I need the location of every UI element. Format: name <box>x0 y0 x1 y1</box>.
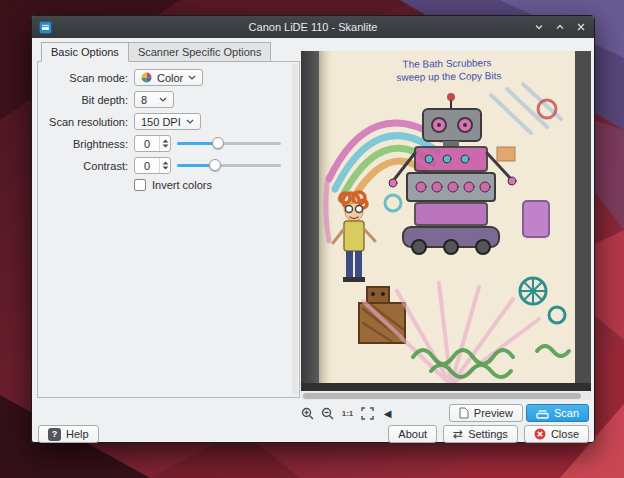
close-red-icon <box>534 428 546 440</box>
slider-handle[interactable] <box>212 137 224 149</box>
window-title: Canon LiDE 110 - Skanlite <box>32 21 594 33</box>
app-icon <box>39 21 52 34</box>
titlebar[interactable]: Canon LiDE 110 - Skanlite <box>32 16 594 38</box>
preview-area[interactable]: The Bath Scrubbers sweep up the Copy Bit… <box>301 51 591 391</box>
zoom-out-icon <box>321 407 334 420</box>
invert-colors-label: Invert colors <box>152 179 212 191</box>
invert-colors-checkbox[interactable] <box>134 179 146 191</box>
preview-button-label: Preview <box>474 407 513 419</box>
scan-resolution-value: 150 DPI <box>141 116 181 128</box>
minimize-button[interactable] <box>533 21 545 33</box>
preview-toolbar: 1:1 ◀ Preview Scan <box>299 404 589 422</box>
footer-bar: ? Help About ⇄ Settings Close <box>38 425 589 443</box>
about-button-label: About <box>398 428 427 440</box>
scanned-drawing: The Bath Scrubbers sweep up the Copy Bit… <box>301 51 591 391</box>
scan-resolution-label: Scan resolution: <box>42 116 128 128</box>
zoom-actual-size-button[interactable]: 1:1 <box>339 405 356 422</box>
bit-depth-label: Bit depth: <box>42 94 128 106</box>
help-button-label: Help <box>66 428 89 440</box>
help-icon: ? <box>48 428 61 441</box>
scanner-icon <box>536 408 549 419</box>
about-button[interactable]: About <box>388 425 437 443</box>
settings-icon: ⇄ <box>453 428 463 440</box>
zoom-out-button[interactable] <box>319 405 336 422</box>
scan-button-label: Scan <box>554 407 579 419</box>
contrast-label: Contrast: <box>42 160 128 172</box>
spin-down-icon <box>162 144 169 148</box>
slider-handle[interactable] <box>209 159 221 171</box>
scan-button[interactable]: Scan <box>526 404 589 422</box>
spin-up-icon <box>162 139 169 143</box>
close-window-button[interactable] <box>575 21 587 33</box>
zoom-fit-button[interactable] <box>359 405 376 422</box>
zoom-actual-size-icon: 1:1 <box>342 409 354 418</box>
spin-up-icon <box>162 161 169 165</box>
zoom-fit-icon <box>361 407 374 420</box>
bit-depth-select[interactable]: 8 <box>134 91 174 108</box>
contrast-value: 0 <box>135 158 159 173</box>
scrollbar-thumb[interactable] <box>303 393 581 399</box>
scan-mode-value: Color <box>157 72 183 84</box>
drawing-caption-line1: The Bath Scrubbers <box>402 57 491 70</box>
help-button[interactable]: ? Help <box>38 425 99 443</box>
brightness-value: 0 <box>135 136 159 151</box>
options-panel: Scan mode: Color Bit depth: 8 Scan reso <box>37 61 300 398</box>
scan-mode-select[interactable]: Color <box>134 69 203 86</box>
brightness-spin-arrows[interactable] <box>159 136 170 151</box>
scan-mode-label: Scan mode: <box>42 72 128 84</box>
document-icon <box>459 407 469 419</box>
brightness-spinbox[interactable]: 0 <box>134 135 171 152</box>
drawing-caption-line2: sweep up the Copy Bits <box>396 70 501 83</box>
chevron-down-icon <box>159 97 167 102</box>
chevron-down-icon <box>534 22 544 32</box>
collapse-panel-button[interactable]: ◀ <box>379 405 396 422</box>
chevron-down-icon <box>188 75 196 80</box>
preview-button[interactable]: Preview <box>449 404 523 422</box>
color-wheel-icon <box>141 72 152 83</box>
chevron-up-icon <box>555 22 565 32</box>
options-scrollbar[interactable] <box>292 64 298 395</box>
close-button-label: Close <box>551 428 579 440</box>
contrast-spinbox[interactable]: 0 <box>134 157 171 174</box>
close-icon <box>576 22 586 32</box>
close-button[interactable]: Close <box>524 425 589 443</box>
maximize-button[interactable] <box>554 21 566 33</box>
spin-down-icon <box>162 166 169 170</box>
left-arrow-icon: ◀ <box>384 408 392 419</box>
chevron-down-icon <box>186 119 194 124</box>
settings-button-label: Settings <box>468 428 508 440</box>
settings-button[interactable]: ⇄ Settings <box>443 425 518 443</box>
tab-scanner-specific-options[interactable]: Scanner Specific Options <box>129 42 272 62</box>
zoom-in-icon <box>301 407 314 420</box>
tab-bar: Basic Options Scanner Specific Options <box>41 42 271 62</box>
contrast-slider[interactable] <box>177 157 281 174</box>
contrast-spin-arrows[interactable] <box>159 158 170 173</box>
bit-depth-value: 8 <box>141 94 147 106</box>
scan-resolution-select[interactable]: 150 DPI <box>134 113 201 130</box>
skanlite-window: Canon LiDE 110 - Skanlite Basic Options … <box>31 15 595 443</box>
brightness-label: Brightness: <box>42 138 128 150</box>
brightness-slider[interactable] <box>177 135 281 152</box>
desktop-background: Canon LiDE 110 - Skanlite Basic Options … <box>0 0 624 478</box>
preview-h-scrollbar[interactable] <box>301 392 591 400</box>
tab-basic-options[interactable]: Basic Options <box>41 42 129 62</box>
zoom-in-button[interactable] <box>299 405 316 422</box>
